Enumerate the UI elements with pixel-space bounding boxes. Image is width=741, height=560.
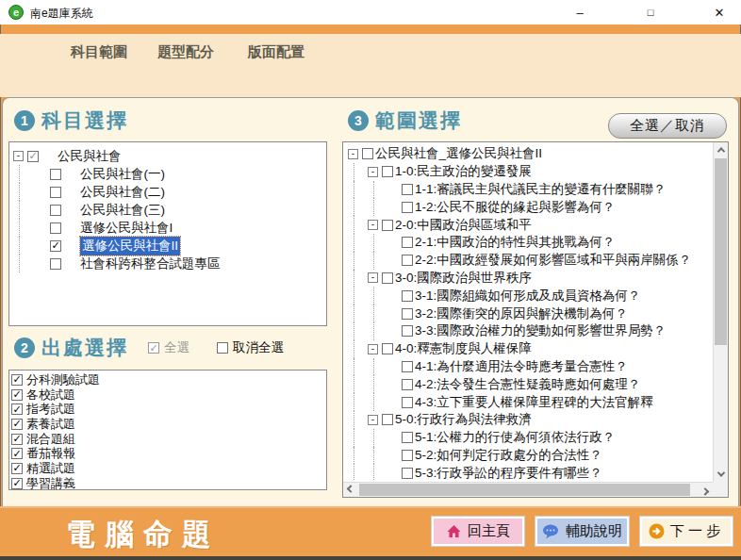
scroll-left-button[interactable] — [343, 483, 358, 498]
tree-item-label[interactable]: 1-2:公民不服從的緣起與影響為何？ — [415, 199, 615, 216]
expand-toggle[interactable]: - — [13, 151, 24, 161]
source-list-item[interactable]: ✓指考試題 — [11, 402, 326, 417]
tree-item-label[interactable]: 公民與社會_選修公民與社會II — [375, 145, 542, 162]
tree-item-label[interactable]: 4-1:為什麼適用法令時應考量合憲性？ — [415, 358, 628, 375]
checkbox[interactable] — [50, 205, 61, 216]
tree-item-label[interactable]: 3-2:國際衝突的原因與解決機制為何？ — [415, 305, 628, 322]
expand-toggle[interactable]: - — [368, 415, 378, 425]
checkbox[interactable]: ✓ — [11, 419, 23, 430]
checkbox[interactable]: ✓ — [11, 448, 23, 459]
checkbox[interactable] — [382, 272, 393, 284]
tree-item[interactable]: 3-2:國際衝突的原因與解決機制為何？ — [344, 305, 712, 322]
checkbox[interactable] — [402, 255, 413, 266]
vertical-scrollbar[interactable] — [713, 142, 728, 482]
tree-item-label[interactable]: 5-0:行政行為與法律救濟 — [395, 411, 532, 428]
tree-item-label[interactable]: 2-1:中國政治的特性與其挑戰為何？ — [415, 234, 615, 251]
checkbox[interactable] — [50, 187, 61, 198]
tree-item-label[interactable]: 4-2:法令發生合憲性疑義時應如何處理？ — [415, 376, 640, 393]
tree-item-label[interactable]: 選修公民與社會II — [80, 237, 180, 255]
source-list-item[interactable]: ✓各校試題 — [11, 387, 326, 403]
tree-item[interactable]: 選修公民與社會I — [9, 219, 326, 237]
tree-item-label[interactable]: 2-0:中國政治與區域和平 — [395, 217, 532, 234]
tree-item[interactable]: 5-3:行政爭訟的程序要件有哪些？ — [344, 464, 712, 481]
checkbox[interactable] — [50, 169, 61, 180]
tree-item[interactable]: 社會科跨科整合試題專區 — [9, 255, 326, 272]
source-list-item[interactable]: ✓混合題組 — [11, 432, 326, 447]
tree-item-label[interactable]: 公民與社會(二) — [80, 184, 165, 201]
tree-item-label[interactable]: 1-1:審議民主與代議民主的變遷有什麼關聯？ — [415, 181, 666, 198]
tree-item[interactable]: -1-0:民主政治的變遷發展 — [344, 163, 712, 181]
source-list-item[interactable]: ✓精選試題 — [11, 461, 326, 476]
tree-item[interactable]: 5-2:如何判定行政處分的合法性？ — [344, 447, 712, 465]
tree-item[interactable]: -4-0:釋憲制度與人權保障 — [344, 340, 712, 358]
source-list-item[interactable]: ✓學習講義 — [11, 476, 326, 490]
tree-item[interactable]: 1-2:公民不服從的緣起與影響為何？ — [344, 198, 712, 216]
tree-item-label[interactable]: 5-3:行政爭訟的程序要件有哪些？ — [415, 465, 602, 481]
checkbox[interactable] — [402, 450, 413, 461]
tree-item-label[interactable]: 社會科跨科整合試題專區 — [80, 255, 221, 272]
checkbox[interactable] — [402, 397, 413, 408]
checkbox[interactable] — [402, 361, 413, 372]
checkbox[interactable] — [362, 148, 373, 159]
tree-item-label[interactable]: 4-3:立下重要人權保障里程碑的大法官解釋 — [415, 394, 653, 411]
expand-toggle[interactable]: - — [368, 220, 378, 230]
checkbox[interactable]: ✓ — [11, 463, 23, 474]
tree-item[interactable]: -✓公民與社會 — [9, 147, 326, 165]
tree-item-label[interactable]: 3-1:國際組織如何形成及成員資格為何？ — [415, 288, 640, 305]
checkbox[interactable] — [402, 468, 413, 479]
tree-item[interactable]: 公民與社會(三) — [9, 201, 326, 219]
tree-item-label[interactable]: 公民與社會(一) — [80, 166, 165, 183]
checkbox[interactable] — [50, 222, 61, 234]
checkbox[interactable]: ✓ — [11, 404, 23, 415]
vertical-scroll-thumb[interactable] — [715, 158, 727, 345]
tree-item-label[interactable]: 3-0:國際政治與世界秩序 — [395, 270, 532, 287]
tree-item[interactable]: 公民與社會(一) — [9, 165, 326, 183]
tree-item[interactable]: 4-3:立下重要人權保障里程碑的大法官解釋 — [344, 393, 712, 411]
checkbox[interactable] — [402, 308, 413, 320]
checkbox[interactable] — [402, 290, 413, 302]
checkbox[interactable]: ✓ — [11, 374, 23, 386]
home-button[interactable]: 回主頁 — [432, 517, 524, 546]
checkbox[interactable] — [402, 432, 413, 443]
source-list-item[interactable]: ✓分科測驗試題 — [11, 372, 326, 387]
tree-item[interactable]: 2-1:中國政治的特性與其挑戰為何？ — [344, 234, 712, 252]
checkbox[interactable] — [382, 414, 393, 425]
checkbox[interactable] — [402, 325, 413, 337]
tree-item-label[interactable]: 公民與社會 — [58, 148, 122, 165]
tree-item[interactable]: -公民與社會_選修公民與社會II — [344, 145, 712, 163]
scroll-down-button[interactable] — [714, 467, 729, 482]
tree-item[interactable]: 5-1:公權力的行使為何須依法行政？ — [344, 429, 712, 447]
toggle-all-button[interactable]: 全選／取消 — [608, 113, 727, 139]
tree-item-label[interactable]: 5-1:公權力的行使為何須依法行政？ — [415, 429, 615, 446]
next-step-button[interactable]: 下一步 — [640, 517, 733, 546]
checkbox[interactable]: ✓ — [11, 389, 23, 401]
tree-item-label[interactable]: 3-3:國際政治權力的變動如何影響世界局勢？ — [415, 322, 666, 339]
expand-toggle[interactable]: - — [368, 167, 378, 177]
checkbox[interactable]: ✓ — [11, 434, 23, 445]
tree-item-label[interactable]: 4-0:釋憲制度與人權保障 — [395, 340, 532, 357]
scroll-up-button[interactable] — [714, 142, 729, 157]
tree-item[interactable]: 2-2:中國政經發展如何影響區域和平與兩岸關係？ — [344, 252, 712, 270]
checkbox[interactable] — [382, 220, 393, 231]
source-list-item[interactable]: ✓番茄報報 — [11, 446, 326, 461]
checkbox[interactable] — [402, 184, 413, 195]
expand-toggle[interactable]: - — [368, 272, 378, 283]
tree-item[interactable]: 4-2:法令發生合憲性疑義時應如何處理？ — [344, 375, 712, 393]
tree-item[interactable]: -2-0:中國政治與區域和平 — [344, 216, 712, 234]
tree-item[interactable]: 公民與社會(二) — [9, 183, 326, 201]
expand-toggle[interactable]: - — [368, 344, 378, 354]
tree-item[interactable]: -5-0:行政行為與法律救濟 — [344, 411, 712, 429]
checkbox[interactable]: ✓ — [50, 240, 61, 252]
source-list-item[interactable]: ✓素養試題 — [11, 417, 326, 432]
checkbox[interactable] — [382, 343, 393, 354]
tree-item-label[interactable]: 5-2:如何判定行政處分的合法性？ — [415, 447, 602, 464]
horizontal-scrollbar[interactable] — [343, 482, 713, 497]
tree-item-label[interactable]: 2-2:中國政經發展如何影響區域和平與兩岸關係？ — [415, 252, 691, 269]
close-button[interactable]: ✕ — [699, 0, 740, 25]
tree-item-label[interactable]: 選修公民與社會I — [80, 220, 173, 237]
checkbox[interactable] — [382, 166, 393, 177]
tree-item-label[interactable]: 公民與社會(三) — [80, 202, 165, 219]
checkbox[interactable]: ✓ — [27, 151, 39, 162]
select-all-checkbox[interactable]: ✓ 全選 — [148, 339, 189, 356]
checkbox[interactable] — [402, 202, 413, 213]
